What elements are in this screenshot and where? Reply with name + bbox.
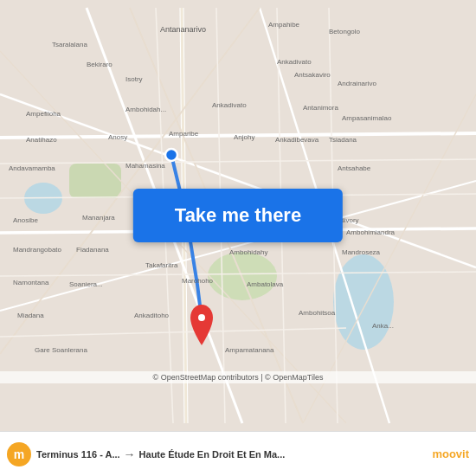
svg-text:Ambatolava: Ambatolava [247,280,284,288]
svg-text:Tsaralalana: Tsaralalana [52,41,87,48]
svg-text:Tsiadana: Tsiadana [329,136,357,144]
moovit-icon: m [7,442,31,466]
svg-text:Ambohimiandra: Ambohimiandra [346,228,396,236]
svg-text:Gare Soanlerana: Gare Soanlerana [35,346,87,354]
svg-text:Isotry: Isotry [125,75,143,83]
app-container: Antananarivo Ampahibe Betongolo Tsaralal… [0,0,476,476]
svg-text:Mandroseza: Mandroseza [342,248,381,256]
svg-point-49 [198,314,205,321]
svg-text:Ankadivato: Ankadivato [277,58,312,66]
svg-text:Ampasanimalao: Ampasanimalao [342,114,392,122]
svg-text:Miadana: Miadana [17,312,44,319]
bottom-bar: m Terminus 116 - A... → Haute Étude En D… [0,431,476,476]
svg-text:Betongolo: Betongolo [329,28,361,35]
svg-text:Anosy: Anosy [108,133,127,141]
svg-text:Amparibe: Amparibe [169,130,199,138]
svg-text:Andavamamba: Andavamamba [9,164,55,172]
moovit-brand-label: moovit [432,447,469,460]
route-info: Terminus 116 - A... → Haute Étude En Dro… [36,447,427,461]
svg-text:Ambohidah...: Ambohidah... [125,106,166,113]
svg-text:Anka...: Anka... [372,322,394,330]
svg-text:Soaniera...: Soaniera... [69,280,103,288]
svg-text:Andrainarivo: Andrainarivo [338,80,376,87]
svg-text:Antanimora: Antanimora [303,104,338,112]
route-to-label: Haute Étude En Droit Et En Ma... [139,449,286,460]
svg-point-48 [165,149,177,161]
svg-text:Ankaditoho: Ankaditoho [134,312,170,319]
svg-rect-4 [69,164,121,198]
svg-text:Bekiraro: Bekiraro [87,61,113,68]
svg-text:Fiadanana: Fiadanana [76,246,109,254]
svg-text:Antananarivo: Antananarivo [160,25,206,34]
svg-text:Takafaritra: Takafaritra [145,261,178,269]
svg-text:Antsahabe: Antsahabe [338,164,371,172]
svg-text:Ampahibe: Ampahibe [268,21,300,29]
svg-text:Anatihazo: Anatihazo [26,136,57,144]
svg-text:Mahamasina: Mahamasina [125,162,165,170]
route-from-label: Terminus 116 - A... [36,449,120,460]
svg-text:Anosibe: Anosibe [13,216,38,224]
svg-text:Marohoho: Marohoho [182,277,214,285]
moovit-logo: m [7,442,31,466]
svg-text:Ambohidahy: Ambohidahy [229,248,267,256]
svg-text:Antsakaviro: Antsakaviro [294,71,331,79]
map-area: Antananarivo Ampahibe Betongolo Tsaralal… [0,0,476,431]
svg-text:Mandrangobato: Mandrangobato [13,246,62,254]
svg-text:Ampamatanana: Ampamatanana [225,346,274,354]
svg-text:Anjohy: Anjohy [234,133,254,141]
svg-text:Ambohitsoa: Ambohitsoa [299,309,336,317]
svg-text:Ampefiloha: Ampefiloha [26,110,61,118]
svg-text:Mananjara: Mananjara [82,214,115,222]
route-arrow-icon: → [124,447,136,461]
svg-text:Namontana: Namontana [13,279,49,286]
svg-text:Ankadivato: Ankadivato [212,101,247,109]
map-attribution: © OpenStreetMap contributors | © OpenMap… [0,371,476,383]
take-me-there-button[interactable]: Take me there [133,189,343,242]
svg-text:Ankadibevava: Ankadibevava [275,136,319,144]
